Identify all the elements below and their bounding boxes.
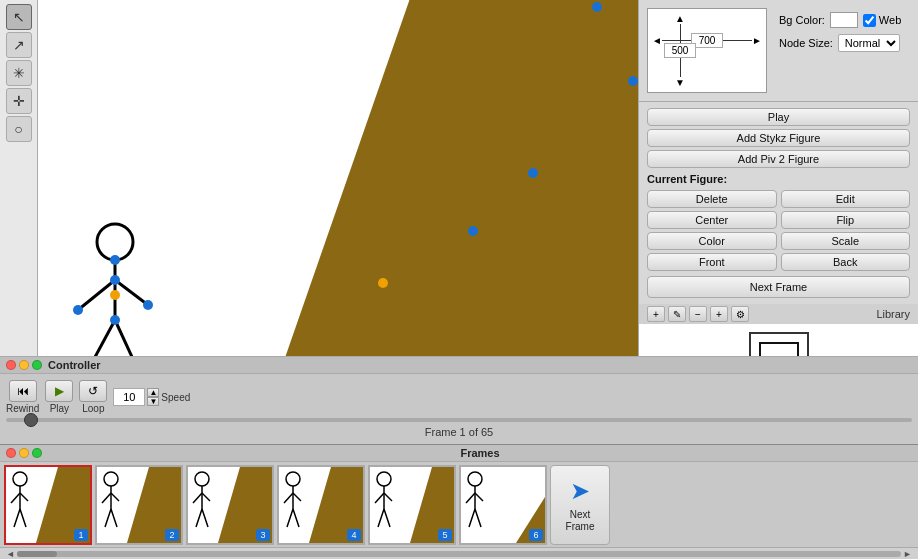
svg-line-47 [384, 493, 392, 501]
next-frame-strip-button[interactable]: ➤ NextFrame [550, 465, 610, 545]
transform-tool[interactable]: ✳ [6, 60, 32, 86]
svg-line-5 [88, 320, 115, 356]
svg-line-25 [102, 493, 111, 503]
scroll-right-arrow[interactable]: ► [901, 549, 914, 559]
scroll-thumb [17, 551, 57, 557]
svg-point-7 [110, 255, 120, 265]
frames-traffic-yellow[interactable] [19, 448, 29, 458]
frames-traffic-red[interactable] [6, 448, 16, 458]
next-frame-strip-label: NextFrame [566, 509, 595, 533]
frame-num-6: 6 [529, 529, 543, 541]
flip-button[interactable]: Flip [781, 211, 911, 229]
buttons-panel: Play Add Stykz Figure Add Piv 2 Figure C… [639, 102, 918, 304]
terrain-node-orange[interactable] [378, 278, 388, 288]
color-button[interactable]: Color [647, 232, 777, 250]
edit-button[interactable]: Edit [781, 190, 911, 208]
scroll-left-arrow[interactable]: ◄ [4, 549, 17, 559]
add-stykz-button[interactable]: Add Stykz Figure [647, 129, 910, 147]
speed-up-btn[interactable]: ▲ [147, 388, 159, 397]
add-piv2-button[interactable]: Add Piv 2 Figure [647, 150, 910, 168]
remove-lib-btn[interactable]: − [689, 306, 707, 322]
traffic-yellow[interactable] [19, 360, 29, 370]
frame-thumb-6[interactable]: 6 [459, 465, 547, 545]
canvas-content [38, 0, 638, 356]
controller-area: Controller ⏮ Rewind ▶ Play ↺ Loop [0, 356, 918, 444]
speed-label: Speed [161, 392, 190, 403]
rotate-tool[interactable]: ○ [6, 116, 32, 142]
scale-button[interactable]: Scale [781, 232, 911, 250]
svg-line-54 [475, 493, 483, 501]
svg-point-30 [195, 472, 209, 486]
node-size-row: Node Size: Normal Small Large [779, 34, 901, 52]
traffic-red[interactable] [6, 360, 16, 370]
play-button[interactable]: Play [647, 108, 910, 126]
speed-group: ▲ ▼ Speed [113, 388, 190, 406]
frames-header: Frames [0, 445, 918, 462]
frame-num-3: 3 [256, 529, 270, 541]
svg-point-10 [73, 305, 83, 315]
frame-thumb-1[interactable]: 1 [4, 465, 92, 545]
plus2-lib-btn[interactable]: + [710, 306, 728, 322]
bg-node-controls: Bg Color: Web Node Size: Normal Small La… [779, 12, 901, 52]
right-panel: ◄ 700 ► ▲ 500 ▼ [638, 0, 918, 356]
back-button[interactable]: Back [781, 253, 911, 271]
library-label: Library [876, 308, 910, 320]
delete-edit-row: Delete Edit [647, 190, 910, 208]
front-back-row: Front Back [647, 253, 910, 271]
frame-thumb-2[interactable]: 2 [95, 465, 183, 545]
speed-input[interactable] [113, 388, 145, 406]
node-size-label: Node Size: [779, 37, 833, 49]
terrain-node-1[interactable] [592, 2, 602, 12]
controller-label: Controller [48, 359, 101, 371]
gear-lib-btn[interactable]: ⚙ [731, 306, 749, 322]
frames-row: 1 2 [0, 462, 918, 547]
edit-lib-btn[interactable]: ✎ [668, 306, 686, 322]
svg-point-44 [377, 472, 391, 486]
delete-button[interactable]: Delete [647, 190, 777, 208]
speed-down-btn[interactable]: ▼ [147, 397, 159, 406]
center-button[interactable]: Center [647, 211, 777, 229]
rewind-btn[interactable]: ⏮ [9, 380, 37, 402]
svg-line-53 [466, 493, 475, 503]
svg-line-18 [11, 493, 20, 503]
timeline-slider[interactable] [6, 418, 912, 422]
svg-line-6 [115, 320, 138, 356]
controller-traffic-lights [6, 360, 42, 370]
web-label: Web [879, 14, 901, 26]
traffic-green[interactable] [32, 360, 42, 370]
svg-line-35 [202, 509, 208, 527]
frame-thumb-4[interactable]: 4 [277, 465, 365, 545]
frame-thumb-3[interactable]: 3 [186, 465, 274, 545]
select-tool[interactable]: ↖ [6, 4, 32, 30]
color-scale-row: Color Scale [647, 232, 910, 250]
next-frame-button[interactable]: Next Frame [647, 276, 910, 298]
scroll-track[interactable] [17, 551, 901, 557]
color-swatch[interactable] [830, 12, 858, 28]
frame-thumb-5[interactable]: 5 [368, 465, 456, 545]
web-checkbox[interactable] [863, 14, 876, 27]
frame-num-1: 1 [74, 529, 88, 541]
terrain-node-2[interactable] [628, 76, 638, 86]
front-button[interactable]: Front [647, 253, 777, 271]
add-lib-btn[interactable]: + [647, 306, 665, 322]
rewind-group: ⏮ Rewind [6, 380, 39, 414]
ctrl-play-btn[interactable]: ▶ [45, 380, 73, 402]
controller-body: ⏮ Rewind ▶ Play ↺ Loop ▲ ▼ Sp [0, 374, 918, 444]
add-piv2-row: Add Piv 2 Figure [647, 150, 910, 168]
terrain-node-4[interactable] [468, 226, 478, 236]
select-tool-2[interactable]: ↗ [6, 32, 32, 58]
move-tool[interactable]: ✛ [6, 88, 32, 114]
frames-traffic-green[interactable] [32, 448, 42, 458]
svg-line-42 [293, 509, 299, 527]
svg-point-1 [97, 224, 133, 260]
frame-info: Frame 1 of 65 [6, 426, 912, 438]
svg-point-8 [110, 275, 120, 285]
stickfigure-svg [58, 220, 178, 356]
frame-num-2: 2 [165, 529, 179, 541]
speed-stepper: ▲ ▼ [147, 388, 159, 406]
main-row: ↖ ↗ ✳ ✛ ○ [0, 0, 918, 356]
web-checkbox-group: Web [863, 14, 901, 27]
loop-btn[interactable]: ↺ [79, 380, 107, 402]
node-size-select[interactable]: Normal Small Large [838, 34, 900, 52]
terrain-node-3[interactable] [528, 168, 538, 178]
